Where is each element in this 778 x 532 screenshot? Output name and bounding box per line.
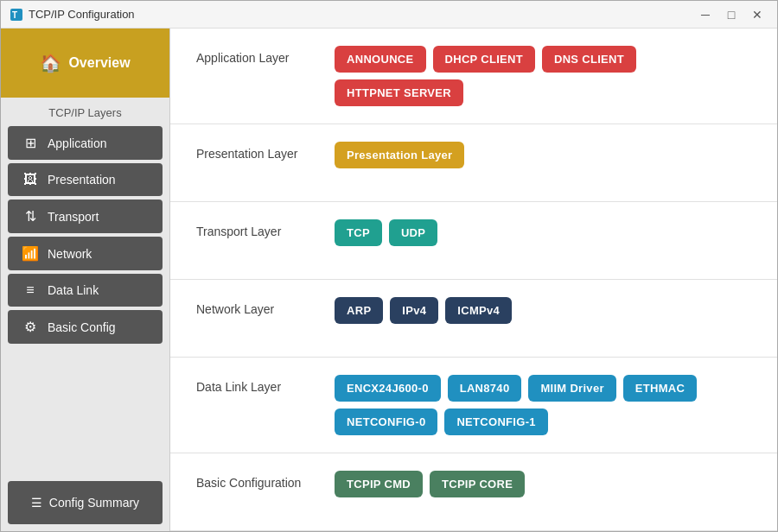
window-controls: ─ □ ✕ [694,6,768,23]
titlebar: T TCP/IP Configuration ─ □ ✕ [1,1,777,28]
config-summary-label: Config Summary [49,496,139,510]
overview-icon: 🏠 [40,53,61,73]
presentation-layer-chips: Presentation Layer [335,142,464,168]
basic-config-chips: TCPIP CMD TCPIP CORE [335,471,525,497]
presentation-layer-section: Presentation Layer Presentation Layer [170,124,777,202]
application-label: Application [48,136,107,150]
minimize-button[interactable]: ─ [694,6,717,23]
tcpip-core-chip[interactable]: TCPIP CORE [430,471,525,497]
data-link-layer-section: Data Link Layer ENCX24J600-0 LAN8740 MII… [170,358,777,453]
httpnet-server-chip[interactable]: HTTPNET SERVER [335,79,463,106]
presentation-label: Presentation [48,173,116,187]
basicconfig-label: Basic Config [48,320,116,334]
announce-chip[interactable]: ANNOUNCE [335,46,426,73]
dhcp-client-chip[interactable]: DHCP CLIENT [433,46,535,73]
basic-config-section: Basic Configuration TCPIP CMD TCPIP CORE [170,453,777,531]
basic-config-label: Basic Configuration [196,471,335,490]
lan8740-chip[interactable]: LAN8740 [448,375,522,402]
presentation-layer-label: Presentation Layer [196,142,335,161]
sidebar: 🏠 Overview TCP/IP Layers ⊞ Application 🖼… [1,28,170,531]
window-title: TCP/IP Configuration [29,8,694,21]
encx24j600-chip[interactable]: ENCX24J600-0 [335,375,441,402]
netconfig-1-chip[interactable]: NETCONFIG-1 [444,408,547,435]
sidebar-item-basicconfig[interactable]: ⚙ Basic Config [8,310,163,344]
ethmac-chip[interactable]: ETHMAC [623,375,697,402]
transport-icon: ⇅ [22,208,39,225]
transport-layer-label: Transport Layer [196,219,335,238]
datalink-icon: ≡ [22,282,39,298]
tcp-chip[interactable]: TCP [335,219,382,246]
network-icon: 📶 [22,245,39,262]
config-summary-button[interactable]: ☰ Config Summary [8,481,163,524]
transport-layer-chips: TCP UDP [335,219,437,246]
sidebar-item-transport[interactable]: ⇅ Transport [8,200,163,233]
presentation-layer-chip[interactable]: Presentation Layer [335,142,464,168]
config-summary-icon: ☰ [31,496,42,510]
network-layer-label: Network Layer [196,297,335,316]
data-link-layer-label: Data Link Layer [196,375,335,394]
application-layer-section: Application Layer ANNOUNCE DHCP CLIENT D… [170,28,777,124]
icmpv4-chip[interactable]: ICMPv4 [445,297,512,324]
basicconfig-icon: ⚙ [22,319,39,335]
transport-layer-section: Transport Layer TCP UDP [170,202,777,280]
dns-client-chip[interactable]: DNS CLIENT [542,46,636,73]
application-icon: ⊞ [22,135,39,151]
sidebar-spacer [1,345,169,474]
content-area: 🏠 Overview TCP/IP Layers ⊞ Application 🖼… [1,28,777,531]
sidebar-item-network[interactable]: 📶 Network [8,237,163,270]
application-layer-label: Application Layer [196,46,335,65]
ipv4-chip[interactable]: IPv4 [390,297,438,324]
presentation-icon: 🖼 [22,172,39,187]
tcpip-cmd-chip[interactable]: TCPIP CMD [335,471,423,497]
overview-button[interactable]: 🏠 Overview [1,28,169,98]
network-layer-chips: ARP IPv4 ICMPv4 [335,297,512,324]
application-layer-chips: ANNOUNCE DHCP CLIENT DNS CLIENT HTTPNET … [335,46,751,106]
sidebar-item-datalink[interactable]: ≡ Data Link [8,274,163,307]
maximize-button[interactable]: □ [720,6,743,23]
main-content: Application Layer ANNOUNCE DHCP CLIENT D… [170,28,777,531]
datalink-label: Data Link [48,283,99,297]
network-layer-section: Network Layer ARP IPv4 ICMPv4 [170,280,777,358]
udp-chip[interactable]: UDP [389,219,437,246]
sidebar-item-presentation[interactable]: 🖼 Presentation [8,163,163,196]
data-link-layer-chips: ENCX24J600-0 LAN8740 MIIM Driver ETHMAC … [335,375,751,435]
overview-label: Overview [68,55,130,71]
arp-chip[interactable]: ARP [335,297,383,324]
miim-driver-chip[interactable]: MIIM Driver [528,375,615,402]
network-label: Network [48,247,92,261]
close-button[interactable]: ✕ [746,6,768,23]
sidebar-item-application[interactable]: ⊞ Application [8,126,163,160]
netconfig-0-chip[interactable]: NETCONFIG-0 [335,408,437,435]
svg-text:T: T [12,10,17,20]
app-icon: T [10,8,23,22]
main-window: T TCP/IP Configuration ─ □ ✕ 🏠 Overview … [0,0,778,532]
transport-label: Transport [48,210,99,224]
layers-heading: TCP/IP Layers [1,98,169,124]
